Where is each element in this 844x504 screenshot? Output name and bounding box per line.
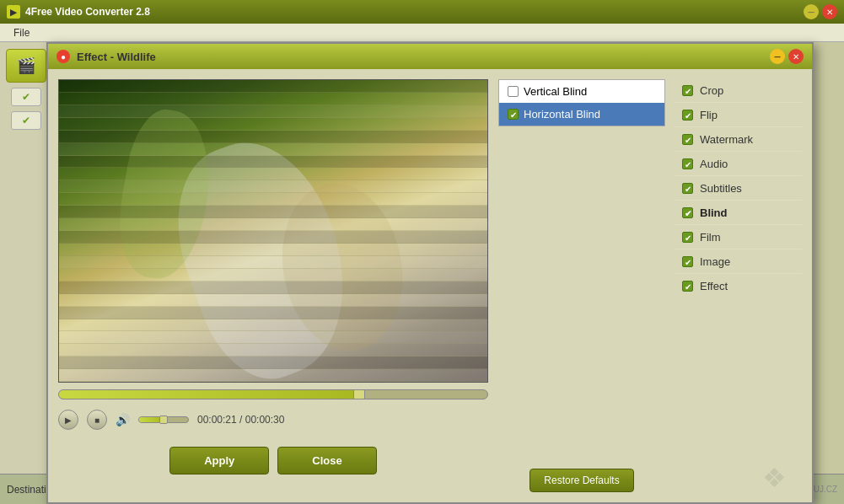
audio-label: Audio [700, 158, 728, 170]
audio-checkbox[interactable]: ✔ [682, 158, 693, 169]
video-preview-section: ▶ ■ 🔊 00:00:21 / 00:00:30 Apply [58, 79, 488, 492]
blind-option-horizontal[interactable]: ✔ Horizontal Blind [499, 103, 664, 126]
close-button[interactable]: Close [277, 447, 376, 475]
effect-checkbox[interactable]: ✔ [682, 281, 693, 292]
nav-film[interactable]: ✔ Film [675, 226, 802, 249]
watermark-icon: ❖ [762, 463, 787, 493]
blind-label: Blind [700, 206, 728, 219]
nav-image[interactable]: ✔ Image [675, 250, 802, 274]
check-icon-1: ✔ [22, 91, 30, 103]
blind-list-section: Vertical Blind ✔ Horizontal Blind Restor… [498, 79, 665, 492]
nav-crop[interactable]: ✔ Crop [675, 79, 802, 103]
add-video-icon: 🎬 [17, 56, 35, 75]
sidebar-check-2[interactable]: ✔ [11, 111, 41, 130]
stop-button[interactable]: ■ [87, 410, 107, 430]
effect-label: Effect [700, 280, 728, 292]
menu-bar: File [0, 24, 844, 42]
progress-track[interactable] [58, 389, 488, 399]
volume-icon: 🔊 [116, 413, 130, 426]
subtitles-label: Subtitles [700, 182, 742, 195]
time-display: 00:00:21 / 00:00:30 [197, 414, 284, 426]
nav-flip[interactable]: ✔ Flip [675, 104, 802, 127]
main-content: 🎬 ✔ ✔ ● Effect - Wildlife ─ ✕ [0, 42, 844, 504]
blind-option-vertical[interactable]: Vertical Blind [499, 80, 664, 103]
nav-blind[interactable]: ✔ Blind [675, 201, 802, 225]
sidebar-check-1[interactable]: ✔ [11, 88, 41, 106]
right-nav-panel: ✔ Crop ✔ Flip ✔ Watermark ✔ [675, 79, 802, 492]
dialog-minimize-button[interactable]: ─ [770, 49, 785, 64]
watermark-logo: ❖ [762, 462, 787, 494]
nav-audio[interactable]: ✔ Audio [675, 153, 802, 176]
video-frame [58, 79, 488, 383]
film-label: Film [700, 231, 721, 244]
watermark-label: Watermark [700, 133, 753, 146]
effect-dialog: ● Effect - Wildlife ─ ✕ [46, 42, 814, 504]
crop-label: Crop [700, 84, 723, 97]
app-title-bar: ▶ 4Free Video Converter 2.8 ─ ✕ [0, 0, 844, 24]
volume-slider[interactable] [138, 416, 189, 423]
crop-checkbox[interactable]: ✔ [682, 85, 693, 96]
app-window: ▶ 4Free Video Converter 2.8 ─ ✕ File 🎬 ✔… [0, 0, 844, 504]
menu-file[interactable]: File [7, 25, 36, 40]
dialog-body: ▶ ■ 🔊 00:00:21 / 00:00:30 Apply [48, 69, 812, 502]
image-checkbox[interactable]: ✔ [682, 256, 693, 267]
app-close-button[interactable]: ✕ [822, 4, 837, 19]
flip-label: Flip [700, 109, 718, 121]
horizontal-blind-checkbox[interactable]: ✔ [508, 109, 519, 120]
nav-effect[interactable]: ✔ Effect [675, 275, 802, 298]
add-video-button[interactable]: 🎬 [6, 49, 46, 83]
progress-area [58, 389, 488, 399]
left-sidebar: 🎬 ✔ ✔ [0, 42, 52, 504]
subtitles-checkbox[interactable]: ✔ [682, 183, 693, 194]
nav-subtitles[interactable]: ✔ Subtitles [675, 177, 802, 201]
nav-watermark[interactable]: ✔ Watermark [675, 128, 802, 152]
apply-button[interactable]: Apply [169, 447, 269, 475]
flip-checkbox[interactable]: ✔ [682, 110, 693, 121]
app-title-controls: ─ ✕ [804, 4, 837, 19]
progress-fill [59, 390, 359, 399]
player-controls: ▶ ■ 🔊 00:00:21 / 00:00:30 [58, 406, 488, 433]
dialog-icon: ● [56, 50, 70, 63]
blind-effect [59, 80, 487, 382]
play-button[interactable]: ▶ [58, 410, 78, 430]
vertical-blind-label: Vertical Blind [524, 85, 587, 98]
dialog-action-buttons: Apply Close [58, 440, 488, 481]
watermark-checkbox[interactable]: ✔ [682, 134, 693, 145]
volume-thumb [159, 416, 168, 424]
dialog-close-button[interactable]: ✕ [788, 49, 804, 64]
progress-thumb [353, 389, 365, 399]
dialog-title-bar: ● Effect - Wildlife ─ ✕ [48, 44, 812, 69]
app-icon: ▶ [7, 5, 20, 19]
image-label: Image [700, 255, 730, 268]
app-minimize-button[interactable]: ─ [804, 4, 819, 19]
app-title: 4Free Video Converter 2.8 [25, 6, 150, 18]
dialog-title: Effect - Wildlife [77, 51, 156, 63]
horizontal-blind-label: Horizontal Blind [524, 108, 600, 121]
dialog-controls: ─ ✕ [770, 49, 804, 64]
blind-checkbox[interactable]: ✔ [682, 207, 693, 218]
film-checkbox[interactable]: ✔ [682, 232, 693, 243]
blind-options-list: Vertical Blind ✔ Horizontal Blind [498, 79, 665, 126]
check-icon-2: ✔ [22, 115, 30, 126]
vertical-blind-checkbox[interactable] [508, 86, 519, 97]
restore-defaults-button[interactable]: Restore Defaults [530, 469, 633, 492]
